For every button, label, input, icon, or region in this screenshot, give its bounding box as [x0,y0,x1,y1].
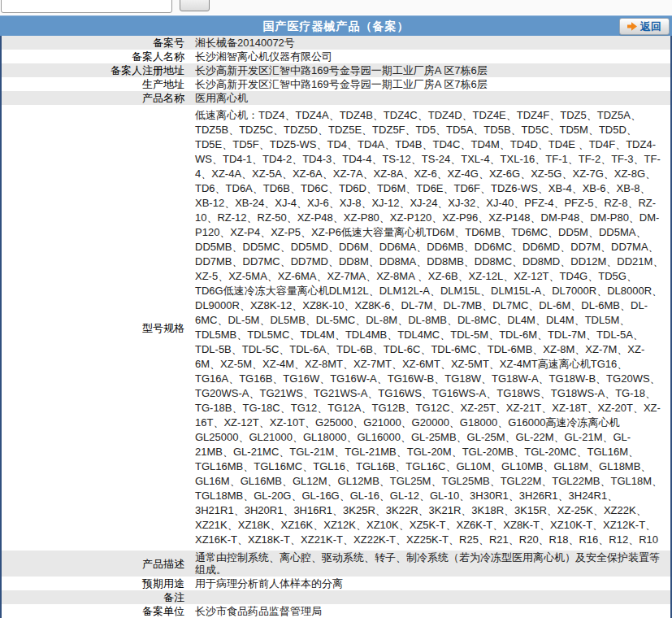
search-input[interactable] [1,0,172,13]
field-label: 产品名称 [2,91,190,105]
device-record-table: 备案号 湘长械备20140072号 备案人名称 长沙湘智离心机仪器有限公司 备案… [0,36,672,618]
top-toolbar [0,0,672,15]
field-label: 备案人注册地址 [2,63,190,77]
field-value: 湘长械备20140072号 [190,36,670,50]
field-label: 备注 [2,590,190,604]
field-value: 医用离心机 [190,91,670,105]
page-title: 国产医疗器械产品（备案） [0,16,672,36]
field-row: 备注 [2,590,670,604]
field-value: 通常由控制系统、离心腔、驱动系统、转子、制冷系统（若为冷冻型医用离心机）及安全保… [190,551,670,577]
field-row: 备案人注册地址 长沙高新开发区汇智中路169号金导园一期工业厂房A 区7栋6层 [2,63,670,77]
field-row: 备案人名称 长沙湘智离心机仪器有限公司 [2,50,670,63]
field-row: 备案号 湘长械备20140072号 [2,36,670,50]
field-label: 型号规格 [2,321,190,335]
field-value: 长沙高新开发区汇智中路169号金导园一期工业厂房A 区7栋6层 [190,63,670,77]
field-rows: 备案号 湘长械备20140072号 备案人名称 长沙湘智离心机仪器有限公司 备案… [2,36,670,618]
field-label: 预期用途 [2,577,190,590]
field-row: 型号规格 低速离心机：TDZ4、TDZ4A、TDZ4B、TDZ4C、TDZ4D、… [2,105,670,551]
field-row: 生产地址 长沙高新开发区汇智中路169号金导园一期工业厂房A 区7栋6层 [2,77,670,91]
field-label: 备案人名称 [2,50,190,63]
back-arrow-icon [627,22,637,31]
field-value: 用于病理分析前人体样本的分离 [190,577,670,590]
field-value: 长沙高新开发区汇智中路169号金导园一期工业厂房A 区7栋6层 [190,77,670,91]
field-value: 长沙湘智离心机仪器有限公司 [190,50,670,63]
field-value: 长沙市食品药品监督管理局 [190,604,670,618]
field-value: 低速离心机：TDZ4、TDZ4A、TDZ4B、TDZ4C、TDZ4D、TDZ4E… [190,105,670,551]
back-button[interactable]: 返回 [619,18,670,35]
field-row: 备案单位 长沙市食品药品监督管理局 [2,604,670,618]
page-header: 国产医疗器械产品（备案） 返回 [0,15,672,36]
field-label: 生产地址 [2,77,190,91]
field-row: 产品名称 医用离心机 [2,91,670,105]
field-label: 备案号 [2,36,190,50]
back-button-label: 返回 [640,20,661,34]
field-label: 产品描述 [2,557,190,571]
field-label: 备案单位 [2,604,190,618]
field-row: 预期用途 用于病理分析前人体样本的分离 [2,577,670,590]
field-value [190,590,670,604]
field-row: 产品描述 通常由控制系统、离心腔、驱动系统、转子、制冷系统（若为冷冻型医用离心机… [2,551,670,577]
search-button[interactable] [180,0,210,11]
